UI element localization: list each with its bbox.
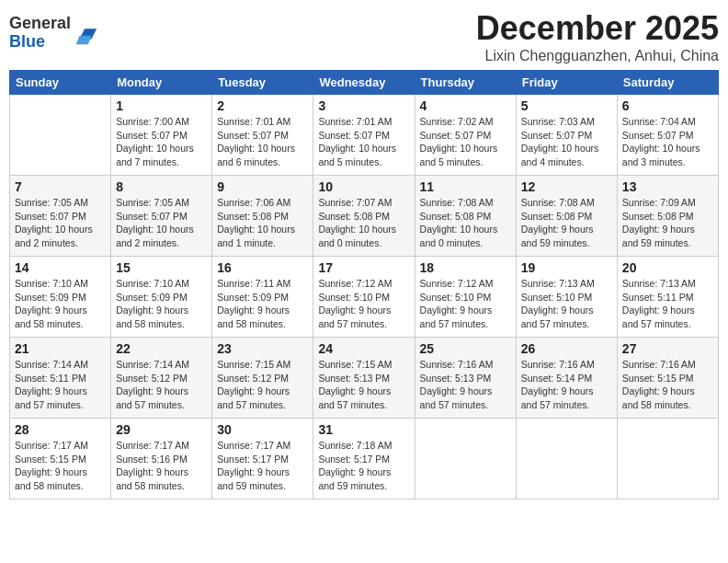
calendar-cell	[415, 419, 516, 500]
header-cell-saturday: Saturday	[617, 71, 718, 95]
calendar-cell: 21Sunrise: 7:14 AMSunset: 5:11 PMDayligh…	[10, 338, 111, 419]
calendar-cell: 27Sunrise: 7:16 AMSunset: 5:15 PMDayligh…	[617, 338, 718, 419]
day-number: 20	[622, 260, 713, 275]
day-number: 1	[116, 98, 207, 113]
week-row-3: 14Sunrise: 7:10 AMSunset: 5:09 PMDayligh…	[10, 257, 719, 338]
calendar-cell: 19Sunrise: 7:13 AMSunset: 5:10 PMDayligh…	[516, 257, 617, 338]
day-number: 4	[420, 98, 511, 113]
day-info: Sunrise: 7:18 AMSunset: 5:17 PMDaylight:…	[318, 439, 409, 493]
calendar-cell: 28Sunrise: 7:17 AMSunset: 5:15 PMDayligh…	[10, 419, 111, 500]
logo-blue: Blue	[9, 32, 45, 51]
day-number: 7	[15, 179, 106, 194]
day-info: Sunrise: 7:15 AMSunset: 5:13 PMDaylight:…	[318, 358, 409, 412]
calendar-cell: 22Sunrise: 7:14 AMSunset: 5:12 PMDayligh…	[111, 338, 212, 419]
day-info: Sunrise: 7:10 AMSunset: 5:09 PMDaylight:…	[116, 277, 207, 331]
week-row-5: 28Sunrise: 7:17 AMSunset: 5:15 PMDayligh…	[10, 419, 719, 500]
day-number: 28	[15, 422, 106, 437]
calendar-cell: 13Sunrise: 7:09 AMSunset: 5:08 PMDayligh…	[617, 176, 718, 257]
day-number: 14	[15, 260, 106, 275]
calendar-cell: 24Sunrise: 7:15 AMSunset: 5:13 PMDayligh…	[313, 338, 415, 419]
day-number: 27	[622, 341, 713, 356]
header-cell-monday: Monday	[111, 71, 212, 95]
day-number: 21	[15, 341, 106, 356]
day-number: 18	[420, 260, 511, 275]
day-info: Sunrise: 7:12 AMSunset: 5:10 PMDaylight:…	[420, 277, 511, 331]
logo-general: General	[9, 14, 71, 32]
day-number: 11	[420, 179, 511, 194]
day-info: Sunrise: 7:05 AMSunset: 5:07 PMDaylight:…	[15, 196, 106, 250]
day-number: 25	[420, 341, 511, 356]
week-row-2: 7Sunrise: 7:05 AMSunset: 5:07 PMDaylight…	[10, 176, 719, 257]
header-cell-wednesday: Wednesday	[313, 71, 415, 95]
day-number: 6	[622, 98, 713, 113]
calendar-cell: 25Sunrise: 7:16 AMSunset: 5:13 PMDayligh…	[415, 338, 516, 419]
day-info: Sunrise: 7:06 AMSunset: 5:08 PMDaylight:…	[217, 196, 308, 250]
calendar-cell: 11Sunrise: 7:08 AMSunset: 5:08 PMDayligh…	[415, 176, 516, 257]
calendar-cell: 30Sunrise: 7:17 AMSunset: 5:17 PMDayligh…	[212, 419, 313, 500]
day-info: Sunrise: 7:07 AMSunset: 5:08 PMDaylight:…	[318, 196, 409, 250]
day-number: 3	[318, 98, 409, 113]
calendar-cell: 14Sunrise: 7:10 AMSunset: 5:09 PMDayligh…	[10, 257, 111, 338]
day-info: Sunrise: 7:00 AMSunset: 5:07 PMDaylight:…	[116, 115, 207, 169]
calendar-cell: 7Sunrise: 7:05 AMSunset: 5:07 PMDaylight…	[10, 176, 111, 257]
day-number: 10	[318, 179, 409, 194]
calendar-cell: 8Sunrise: 7:05 AMSunset: 5:07 PMDaylight…	[111, 176, 212, 257]
calendar-cell	[10, 95, 111, 176]
day-number: 30	[217, 422, 308, 437]
logo: General Blue	[9, 15, 98, 52]
calendar-cell: 16Sunrise: 7:11 AMSunset: 5:09 PMDayligh…	[212, 257, 313, 338]
calendar-cell: 12Sunrise: 7:08 AMSunset: 5:08 PMDayligh…	[516, 176, 617, 257]
calendar-cell: 15Sunrise: 7:10 AMSunset: 5:09 PMDayligh…	[111, 257, 212, 338]
calendar-cell: 3Sunrise: 7:01 AMSunset: 5:07 PMDaylight…	[313, 95, 415, 176]
day-number: 12	[521, 179, 612, 194]
day-info: Sunrise: 7:12 AMSunset: 5:10 PMDaylight:…	[318, 277, 409, 331]
month-title: December 2025	[476, 9, 719, 48]
location-title: Lixin Chengguanzhen, Anhui, China	[476, 48, 719, 64]
day-number: 5	[521, 98, 612, 113]
calendar-cell	[617, 419, 718, 500]
day-info: Sunrise: 7:08 AMSunset: 5:08 PMDaylight:…	[521, 196, 612, 250]
day-info: Sunrise: 7:16 AMSunset: 5:13 PMDaylight:…	[420, 358, 511, 412]
day-number: 8	[116, 179, 207, 194]
day-number: 17	[318, 260, 409, 275]
day-info: Sunrise: 7:05 AMSunset: 5:07 PMDaylight:…	[116, 196, 207, 250]
calendar-cell: 29Sunrise: 7:17 AMSunset: 5:16 PMDayligh…	[111, 419, 212, 500]
calendar-cell	[516, 419, 617, 500]
header-cell-friday: Friday	[516, 71, 617, 95]
day-info: Sunrise: 7:09 AMSunset: 5:08 PMDaylight:…	[622, 196, 713, 250]
day-number: 24	[318, 341, 409, 356]
day-info: Sunrise: 7:14 AMSunset: 5:11 PMDaylight:…	[15, 358, 106, 412]
day-number: 9	[217, 179, 308, 194]
day-number: 26	[521, 341, 612, 356]
calendar-cell: 26Sunrise: 7:16 AMSunset: 5:14 PMDayligh…	[516, 338, 617, 419]
day-number: 2	[217, 98, 308, 113]
day-info: Sunrise: 7:02 AMSunset: 5:07 PMDaylight:…	[420, 115, 511, 169]
day-info: Sunrise: 7:13 AMSunset: 5:10 PMDaylight:…	[521, 277, 612, 331]
day-number: 13	[622, 179, 713, 194]
day-number: 22	[116, 341, 207, 356]
calendar-cell: 31Sunrise: 7:18 AMSunset: 5:17 PMDayligh…	[313, 419, 415, 500]
logo-icon	[73, 20, 98, 46]
header-cell-sunday: Sunday	[10, 71, 111, 95]
day-info: Sunrise: 7:11 AMSunset: 5:09 PMDaylight:…	[217, 277, 308, 331]
day-info: Sunrise: 7:04 AMSunset: 5:07 PMDaylight:…	[622, 115, 713, 169]
header: General Blue December 2025 Lixin Chenggu…	[9, 9, 719, 64]
week-row-1: 1Sunrise: 7:00 AMSunset: 5:07 PMDaylight…	[10, 95, 719, 176]
calendar-cell: 18Sunrise: 7:12 AMSunset: 5:10 PMDayligh…	[415, 257, 516, 338]
calendar-cell: 6Sunrise: 7:04 AMSunset: 5:07 PMDaylight…	[617, 95, 718, 176]
day-info: Sunrise: 7:01 AMSunset: 5:07 PMDaylight:…	[217, 115, 308, 169]
day-info: Sunrise: 7:17 AMSunset: 5:15 PMDaylight:…	[15, 439, 106, 493]
day-info: Sunrise: 7:16 AMSunset: 5:14 PMDaylight:…	[521, 358, 612, 412]
day-number: 16	[217, 260, 308, 275]
day-info: Sunrise: 7:17 AMSunset: 5:16 PMDaylight:…	[116, 439, 207, 493]
calendar-cell: 1Sunrise: 7:00 AMSunset: 5:07 PMDaylight…	[111, 95, 212, 176]
calendar-cell: 9Sunrise: 7:06 AMSunset: 5:08 PMDaylight…	[212, 176, 313, 257]
calendar-cell: 4Sunrise: 7:02 AMSunset: 5:07 PMDaylight…	[415, 95, 516, 176]
day-info: Sunrise: 7:17 AMSunset: 5:17 PMDaylight:…	[217, 439, 308, 493]
day-info: Sunrise: 7:03 AMSunset: 5:07 PMDaylight:…	[521, 115, 612, 169]
calendar-header-row: SundayMondayTuesdayWednesdayThursdayFrid…	[10, 71, 719, 95]
day-info: Sunrise: 7:01 AMSunset: 5:07 PMDaylight:…	[318, 115, 409, 169]
calendar-cell: 5Sunrise: 7:03 AMSunset: 5:07 PMDaylight…	[516, 95, 617, 176]
day-number: 19	[521, 260, 612, 275]
calendar-cell: 10Sunrise: 7:07 AMSunset: 5:08 PMDayligh…	[313, 176, 415, 257]
